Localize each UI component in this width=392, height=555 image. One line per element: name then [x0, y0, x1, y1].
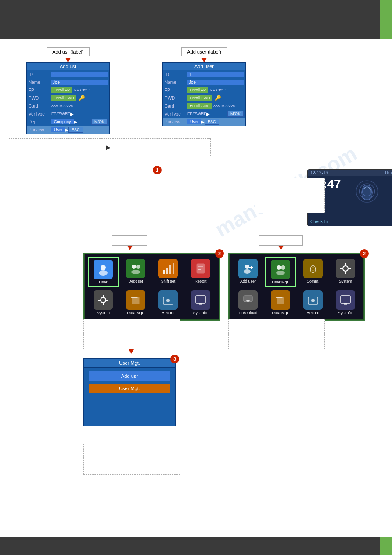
svg-point-8 [131, 270, 140, 274]
dialog-row-id-right: ID 1 [163, 70, 245, 78]
svg-point-5 [99, 270, 108, 276]
menu-label-report: Report [194, 279, 206, 283]
shift-menu-icon [158, 259, 178, 278]
svg-rect-15 [198, 268, 202, 268]
enroll-fp-btn-left[interactable]: Enroll FP [51, 87, 72, 93]
top-bar-accent [380, 0, 392, 39]
enroll-pwd-btn-right[interactable]: Enroll PWD [187, 95, 212, 101]
svg-point-23 [166, 299, 170, 302]
dialog-row-pwd-left: PWD Enroll PWD 🔑 [27, 94, 109, 102]
submenu-btn-usermgt[interactable]: User Mgt. [89, 384, 170, 393]
dept-menu-icon [126, 259, 145, 278]
dialog-row-fp-right: FP Enroll FP FP Cnt: 1 [163, 86, 245, 94]
left-dialog-box: Add usr ID 1 Name Joe FP Enroll FP FP Cn… [26, 62, 110, 134]
top-section: Add usr (label) Add usr ID 1 Name Joe FP… [26, 47, 383, 134]
left-submenu-arrow [129, 349, 134, 354]
submenu-note-box [83, 444, 180, 475]
menu-item-user[interactable]: User [88, 257, 119, 287]
dialog-row-fp-left: FP Enroll FP FP Cnt: 1 [27, 86, 109, 94]
menu-item-datamgt-left[interactable]: Data Mgt. [120, 289, 151, 317]
main-content: Add usr (label) Add usr ID 1 Name Joe FP… [0, 39, 392, 537]
arrow-desc-block: ▶ [9, 138, 211, 156]
right-menu-grid: Add user User Mgt. Comm. [230, 254, 363, 319]
svg-point-4 [101, 265, 106, 270]
menu-item-sysinfo-right[interactable]: Sys.Info. [330, 289, 361, 317]
menu-label-system-right: System [339, 279, 352, 283]
comm-menu-icon [303, 259, 323, 278]
menu-item-usermgt[interactable]: User Mgt. [265, 257, 296, 287]
left-arrow-connector [127, 246, 133, 250]
menu-label-shiftset: Shift set [161, 279, 176, 283]
left-menu-wrapper: 2 User [83, 253, 220, 321]
menu-label-comm: Comm. [307, 279, 320, 283]
left-menu-badge: 2 [215, 249, 224, 258]
menu-label-system-left: System [97, 311, 110, 315]
menu-label-adduser: Add user [240, 279, 256, 283]
dialog-row-dept-left: Dept. Company ▶ M/OK [27, 118, 109, 126]
right-menu-label [259, 235, 303, 246]
dialog-row-purview-left: Purview User ▶ ESC [27, 126, 109, 134]
menu-item-deptset[interactable]: Dept.set [120, 257, 151, 287]
dialog-row-name-left: Name Joe [27, 78, 109, 86]
device-date: 12-12-19 [310, 170, 328, 175]
svg-point-17 [101, 297, 106, 303]
dialog-row-name-right: Name Joe [163, 78, 245, 86]
right-menu-panel: 2 Add user User Mgt [228, 253, 365, 321]
left-dialog-title: Add usr [27, 63, 109, 70]
ok-btn-left[interactable]: M/OK [91, 119, 108, 125]
datamgt-menu-icon-left [126, 290, 145, 310]
left-menu-label [112, 235, 147, 246]
menu-item-system-right[interactable]: System [330, 257, 361, 287]
system-menu-icon-right [336, 259, 355, 278]
enroll-card-btn-right[interactable]: Enroll Card [187, 103, 212, 109]
device-checkin: Check-In [310, 219, 328, 224]
submenu-title: User Mgt. [84, 359, 175, 368]
svg-point-3 [362, 185, 373, 200]
arrow-tri-icon: ▶ [106, 144, 111, 151]
svg-point-7 [136, 265, 140, 269]
menu-item-dnupload[interactable]: Dn/Upload [233, 289, 263, 317]
svg-rect-44 [341, 296, 350, 303]
submenu-wrapper: 3 User Mgt. Add usr User Mgt. [83, 358, 176, 426]
menu-item-shiftset[interactable]: Shift set [153, 257, 183, 287]
left-dialog-label: Add usr (label) [47, 47, 90, 56]
submenu-btn-addusr[interactable]: Add usr [89, 371, 170, 381]
right-arrow-down [201, 58, 207, 62]
svg-rect-14 [198, 266, 203, 267]
right-menu-badge: 2 [360, 249, 369, 258]
device-finger-area [341, 178, 392, 209]
menu-item-report[interactable]: Report [185, 257, 216, 287]
svg-point-43 [311, 299, 315, 302]
left-menu-panel: 2 User [83, 253, 220, 321]
svg-point-6 [132, 265, 136, 269]
menu-item-adduser[interactable]: Add user [233, 257, 263, 287]
menu-label-sysinfo-left: Sys.Info. [193, 311, 208, 315]
svg-point-27 [244, 269, 251, 274]
svg-rect-13 [197, 264, 205, 273]
esc-btn-right[interactable]: ESC [205, 119, 219, 125]
menu-item-comm[interactable]: Comm. [298, 257, 328, 287]
esc-btn-left[interactable]: ESC [68, 127, 83, 133]
key-icon-left: 🔑 [79, 95, 85, 101]
menu-item-system-left[interactable]: System [88, 289, 119, 317]
menu-label-record-left: Record [162, 311, 174, 315]
menu-item-datamgt-right[interactable]: Data Mgt. [265, 289, 296, 317]
menu-item-sysinfo-left[interactable]: Sys.Info. [185, 289, 216, 317]
enroll-pwd-btn-left[interactable]: Enroll PWD [51, 95, 76, 101]
submenu-box: User Mgt. Add usr User Mgt. [83, 358, 176, 426]
right-arrow-connector [278, 246, 284, 250]
ok-btn-right[interactable]: M/OK [227, 111, 244, 117]
record-menu-icon-left [158, 290, 178, 310]
dialog-row-vertype-right: VerType FP/PW/RF ▶ M/OK [163, 110, 245, 118]
middle-section: 12-12-19 Thu 17:47 / 13 [9, 169, 383, 398]
left-dialog-wrapper: Add usr (label) Add usr ID 1 Name Joe FP… [26, 47, 110, 134]
svg-point-32 [276, 271, 285, 275]
menu-item-record-left[interactable]: Record [153, 289, 183, 317]
dnupload-menu-icon [238, 290, 258, 310]
device-topbar: 12-12-19 Thu [308, 170, 392, 176]
left-menu-grid: User Dept.set Shift set [85, 254, 219, 319]
finger-icon [352, 178, 382, 209]
menu-item-record-right[interactable]: Record [298, 289, 328, 317]
enroll-fp-btn-right[interactable]: Enroll FP [187, 87, 208, 93]
dialog-row-purview-right: Purview User ▶ ESC [163, 118, 245, 126]
